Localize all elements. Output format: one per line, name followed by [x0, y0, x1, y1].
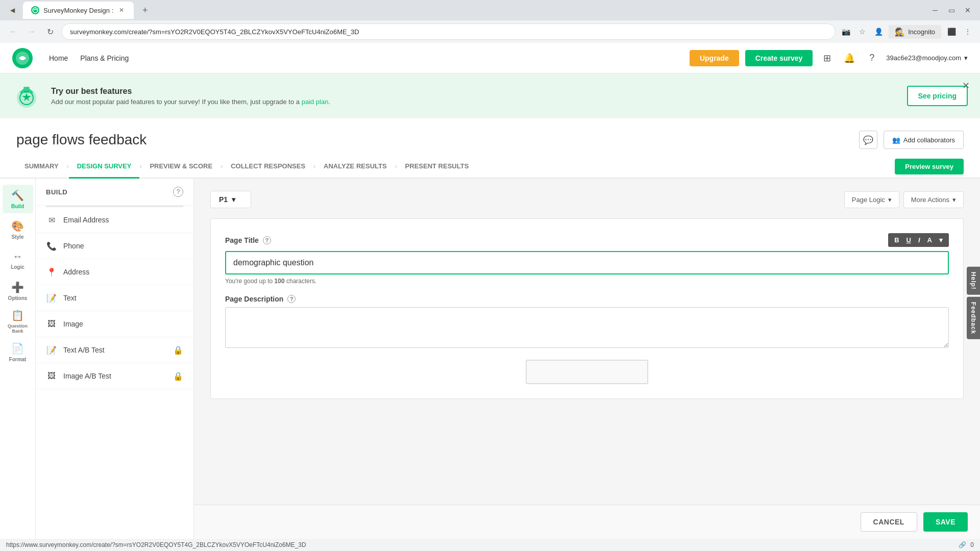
save-button[interactable]: SAVE — [923, 512, 968, 532]
page-description-label: Page Description ? — [225, 295, 949, 303]
format-toolbar: B U I A ▾ — [888, 233, 949, 247]
question-placeholder — [526, 360, 648, 384]
page-logic-button[interactable]: Page Logic ▾ — [844, 191, 899, 208]
build-item-text-ab[interactable]: 📝 Text A/B Test 🔒 — [36, 337, 193, 363]
apps-icon[interactable]: ⊞ — [819, 50, 835, 66]
browser-tab[interactable]: SurveyMonkey Design : ✕ — [23, 2, 134, 19]
build-item-image-ab[interactable]: 🖼 Image A/B Test 🔒 — [36, 363, 193, 389]
tab-design-survey[interactable]: DESIGN SURVEY — [69, 155, 140, 179]
build-item-text[interactable]: 📝 Text — [36, 285, 193, 311]
add-collaborators-button[interactable]: 👥 Add collaborators — [884, 131, 964, 149]
url-display: surveymonkey.com/create/?sm=rsYO2R2V0EQO… — [70, 28, 359, 36]
build-icon: 🔨 — [11, 189, 24, 202]
comments-button[interactable]: 💬 — [859, 131, 877, 149]
step-tabs: SUMMARY › DESIGN SURVEY › PREVIEW & SCOR… — [0, 155, 980, 179]
create-survey-button[interactable]: Create survey — [745, 50, 813, 66]
bookmark-icon[interactable]: ☆ — [856, 26, 868, 38]
text-ab-lock-icon: 🔒 — [173, 345, 183, 355]
page-desc-help-icon[interactable]: ? — [287, 295, 296, 303]
add-question-area — [225, 360, 949, 384]
extensions-icon[interactable]: ⬛ — [945, 26, 958, 38]
sidebar-nav-format[interactable]: 📄 Format — [3, 338, 33, 366]
build-item-phone[interactable]: 📞 Phone — [36, 233, 193, 259]
build-item-address[interactable]: 📍 Address — [36, 259, 193, 285]
profile-icon[interactable]: 👤 — [872, 26, 885, 38]
image-icon: 🖼 — [46, 318, 57, 330]
bold-button[interactable]: B — [892, 235, 901, 245]
back-button[interactable]: ← — [6, 24, 20, 39]
see-pricing-button[interactable]: See pricing — [907, 86, 968, 106]
user-email: 39ac6e23@moodjoy.com — [886, 54, 961, 62]
action-bar: CANCEL SAVE — [194, 505, 980, 539]
collab-icon: 👥 — [892, 136, 900, 144]
logic-icon: ↔ — [13, 251, 23, 262]
underline-button[interactable]: U — [904, 235, 913, 245]
status-bar: https://www.surveymonkey.com/create/?sm=… — [0, 539, 980, 551]
new-tab-button[interactable]: + — [138, 3, 152, 17]
status-icons: 🔗 0 — [959, 541, 974, 548]
navbar-right: Upgrade Create survey ⊞ 🔔 ? 39ac6e23@moo… — [690, 50, 968, 66]
main-content: 🔨 Build 🎨 Style ↔ Logic ➕ Options 📋 — [0, 179, 980, 539]
phone-icon: 📞 — [46, 240, 57, 252]
address-icon: 📍 — [46, 266, 57, 278]
sidebar-nav-logic[interactable]: ↔ Logic — [3, 246, 33, 274]
tab-present-results[interactable]: PRESENT RESULTS — [397, 155, 477, 179]
page-title-label: Page Title ? B U I A ▾ — [225, 233, 949, 247]
page-dropdown-chevron: ▾ — [232, 195, 235, 204]
italic-button[interactable]: I — [916, 235, 922, 245]
color-dropdown-icon[interactable]: ▾ — [937, 235, 945, 245]
user-menu[interactable]: 39ac6e23@moodjoy.com ▾ — [886, 54, 968, 62]
close-button[interactable]: ✕ — [962, 4, 974, 16]
nav-plans[interactable]: Plans & Pricing — [80, 54, 129, 62]
build-item-email[interactable]: ✉ Email Address — [36, 207, 193, 233]
build-item-image[interactable]: 🖼 Image — [36, 311, 193, 337]
logo[interactable] — [12, 48, 33, 68]
question-bank-icon: 📋 — [11, 309, 24, 321]
help-tab[interactable]: Help! — [967, 267, 980, 295]
upgrade-button[interactable]: Upgrade — [690, 50, 739, 66]
sidebar-nav: 🔨 Build 🎨 Style ↔ Logic ➕ Options 📋 — [0, 179, 36, 539]
page-description-textarea[interactable] — [225, 307, 949, 348]
tab-analyze-results[interactable]: ANALYZE RESULTS — [315, 155, 395, 179]
more-actions-button[interactable]: More Actions ▾ — [903, 191, 964, 208]
paid-plan-link[interactable]: paid plan — [302, 98, 329, 106]
promo-text: Try our best features Add our most popul… — [51, 87, 330, 106]
tab-close-button[interactable]: ✕ — [117, 6, 126, 14]
minimize-button[interactable]: ─ — [929, 4, 941, 16]
maximize-button[interactable]: ▭ — [945, 4, 958, 16]
sidebar-nav-style[interactable]: 🎨 Style — [3, 215, 33, 244]
tab-summary[interactable]: SUMMARY — [16, 155, 67, 179]
preview-survey-button[interactable]: Preview survey — [895, 159, 964, 174]
incognito-indicator: 🕵️ Incognito — [889, 25, 941, 39]
notifications-icon[interactable]: 🔔 — [841, 50, 857, 66]
forward-button[interactable]: → — [24, 24, 39, 39]
build-help-button[interactable]: ? — [173, 187, 183, 197]
sidebar-nav-options[interactable]: ➕ Options — [3, 277, 33, 305]
cancel-button[interactable]: CANCEL — [861, 512, 917, 532]
color-button[interactable]: A — [925, 235, 934, 245]
page-title-help-icon[interactable]: ? — [263, 236, 271, 244]
address-bar[interactable]: surveymonkey.com/create/?sm=rsYO2R2V0EQO… — [61, 23, 836, 40]
reload-button[interactable]: ↻ — [43, 24, 57, 39]
feedback-tab[interactable]: Feedback — [967, 297, 980, 339]
svg-point-0 — [33, 8, 38, 13]
nav-home[interactable]: Home — [49, 54, 68, 62]
page-logic-chevron: ▾ — [888, 196, 892, 204]
survey-header: page flows feedback 💬 👥 Add collaborator… — [0, 118, 980, 155]
tab-collect-responses[interactable]: COLLECT RESPONSES — [223, 155, 313, 179]
more-actions-chevron: ▾ — [952, 196, 956, 204]
format-icon: 📄 — [11, 342, 24, 355]
svg-rect-5 — [23, 87, 30, 93]
page-dropdown[interactable]: P1 ▾ — [210, 191, 251, 208]
promo-close-button[interactable]: ✕ — [960, 80, 972, 92]
page-description-field: Page Description ? — [225, 295, 949, 349]
side-feedback-panel: Help! Feedback — [967, 267, 980, 339]
sidebar-nav-build[interactable]: 🔨 Build — [3, 185, 33, 213]
email-icon: ✉ — [46, 214, 57, 226]
sidebar-nav-question-bank[interactable]: 📋 Question Bank — [3, 307, 33, 336]
menu-icon[interactable]: ⋮ — [962, 26, 974, 38]
tab-preview-score[interactable]: PREVIEW & SCORE — [141, 155, 220, 179]
page-title-input[interactable] — [225, 251, 949, 274]
user-dropdown-icon: ▾ — [964, 54, 968, 62]
help-icon[interactable]: ? — [864, 50, 880, 66]
